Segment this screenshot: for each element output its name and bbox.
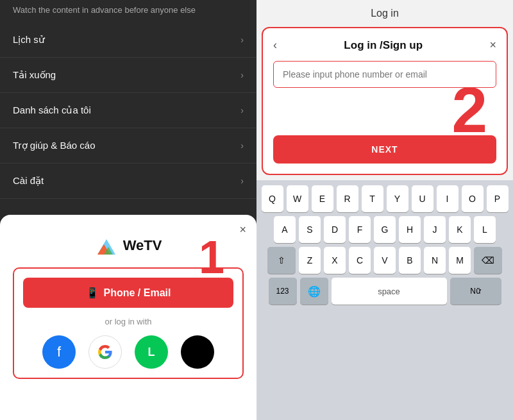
line-icon: L bbox=[148, 346, 155, 359]
key-s[interactable]: S bbox=[299, 216, 321, 243]
login-modal-left: × WeTV 1 📱 Phone / Email or log in with … bbox=[0, 215, 256, 420]
key-e[interactable]: E bbox=[312, 185, 333, 212]
kb-row-1: QWERTYUIOP bbox=[259, 185, 510, 212]
menu-arrow: › bbox=[240, 35, 244, 45]
key-a[interactable]: A bbox=[274, 216, 296, 243]
or-text: or log in with bbox=[23, 317, 233, 326]
key-z[interactable]: Z bbox=[299, 247, 321, 274]
key-r[interactable]: R bbox=[337, 185, 358, 212]
space-key[interactable]: space bbox=[332, 278, 447, 305]
key-t[interactable]: T bbox=[362, 185, 383, 212]
phone-email-label: Phone / Email bbox=[104, 287, 171, 299]
google-icon bbox=[98, 345, 112, 359]
key-l[interactable]: L bbox=[474, 216, 496, 243]
key-w[interactable]: W bbox=[287, 185, 308, 212]
keyboard-area: QWERTYUIOP ASDFGHJKL ⇧ ZXCVBNM⌫ 123 🌐 sp… bbox=[256, 180, 513, 420]
key-h[interactable]: H bbox=[399, 216, 421, 243]
menu-item[interactable]: Danh sách của tôi› bbox=[0, 93, 256, 128]
key-o[interactable]: O bbox=[462, 185, 484, 212]
apple-login-button[interactable] bbox=[181, 335, 214, 369]
step-number-2: 2 bbox=[451, 78, 487, 142]
return-key[interactable]: Nữ bbox=[450, 278, 501, 305]
key-i[interactable]: I bbox=[437, 185, 458, 212]
menu-arrow: › bbox=[240, 176, 244, 186]
key-y[interactable]: Y bbox=[387, 185, 408, 212]
key-x[interactable]: X bbox=[324, 247, 346, 274]
login-signup-modal: ‹ Log in /Sign up × 2 NEXT bbox=[262, 27, 508, 175]
modal-close-button[interactable]: × bbox=[239, 224, 246, 235]
left-panel: Watch the content in advance before anyo… bbox=[0, 0, 256, 420]
kb-row-3: ⇧ ZXCVBNM⌫ bbox=[259, 247, 510, 274]
phone-icon: 📱 bbox=[86, 287, 99, 299]
menu-item-label: Cài đặt bbox=[13, 175, 44, 187]
menu-item[interactable]: Lịch sử› bbox=[0, 22, 256, 58]
google-login-button[interactable] bbox=[88, 335, 122, 369]
social-icons: f L bbox=[23, 335, 233, 369]
key-j[interactable]: J bbox=[424, 216, 446, 243]
menu-arrow: › bbox=[240, 70, 244, 80]
menu-arrow: › bbox=[240, 140, 244, 151]
emoji-key[interactable]: 🌐 bbox=[300, 278, 328, 305]
modal-back-button[interactable]: ‹ bbox=[273, 38, 277, 52]
promo-text: Watch the content in advance before anyo… bbox=[0, 0, 256, 22]
menu-item-label: Trợ giúp & Báo cáo bbox=[13, 140, 96, 151]
line-login-button[interactable]: L bbox=[135, 335, 168, 369]
delete-key[interactable]: ⌫ bbox=[474, 247, 502, 274]
right-panel: Log in ‹ Log in /Sign up × 2 NEXT QWERTY… bbox=[256, 0, 513, 420]
key-u[interactable]: U bbox=[412, 185, 433, 212]
key-m[interactable]: M bbox=[449, 247, 471, 274]
wetv-logo-area: WeTV bbox=[95, 234, 162, 257]
right-top-bar: Log in bbox=[256, 0, 513, 27]
key-d[interactable]: D bbox=[324, 216, 346, 243]
wetv-logo-icon bbox=[95, 234, 118, 257]
modal-title: Log in /Sign up bbox=[344, 39, 423, 52]
menu-item-label: Danh sách của tôi bbox=[13, 105, 91, 116]
menu-item[interactable]: Cài đặt› bbox=[0, 164, 256, 199]
step-number-1: 1 bbox=[199, 234, 224, 280]
key-q[interactable]: Q bbox=[262, 185, 283, 212]
menu-arrow: › bbox=[240, 105, 244, 115]
menu-item-label: Tải xuống bbox=[13, 69, 56, 81]
modal-x-button[interactable]: × bbox=[489, 38, 496, 52]
kb-row-bottom: 123 🌐 space Nữ bbox=[259, 278, 510, 305]
key-k[interactable]: K bbox=[449, 216, 471, 243]
key-v[interactable]: V bbox=[374, 247, 396, 274]
modal-header-row: ‹ Log in /Sign up × bbox=[273, 38, 496, 52]
numbers-key[interactable]: 123 bbox=[269, 278, 297, 305]
key-p[interactable]: P bbox=[487, 185, 509, 212]
menu-item[interactable]: Trợ giúp & Báo cáo› bbox=[0, 128, 256, 164]
key-n[interactable]: N bbox=[424, 247, 446, 274]
shift-key[interactable]: ⇧ bbox=[267, 247, 296, 274]
facebook-login-button[interactable]: f bbox=[42, 335, 76, 369]
key-b[interactable]: B bbox=[399, 247, 421, 274]
key-f[interactable]: F bbox=[349, 216, 371, 243]
login-box-left: 📱 Phone / Email or log in with f bbox=[13, 267, 244, 379]
facebook-icon: f bbox=[57, 344, 61, 360]
key-c[interactable]: C bbox=[349, 247, 371, 274]
wetv-logo-text: WeTV bbox=[123, 237, 162, 254]
key-g[interactable]: G bbox=[374, 216, 396, 243]
kb-row-2: ASDFGHJKL bbox=[259, 216, 510, 243]
right-top-title: Log in bbox=[371, 8, 399, 19]
menu-item-label: Lịch sử bbox=[13, 34, 45, 46]
menu-item[interactable]: Tải xuống› bbox=[0, 58, 256, 93]
